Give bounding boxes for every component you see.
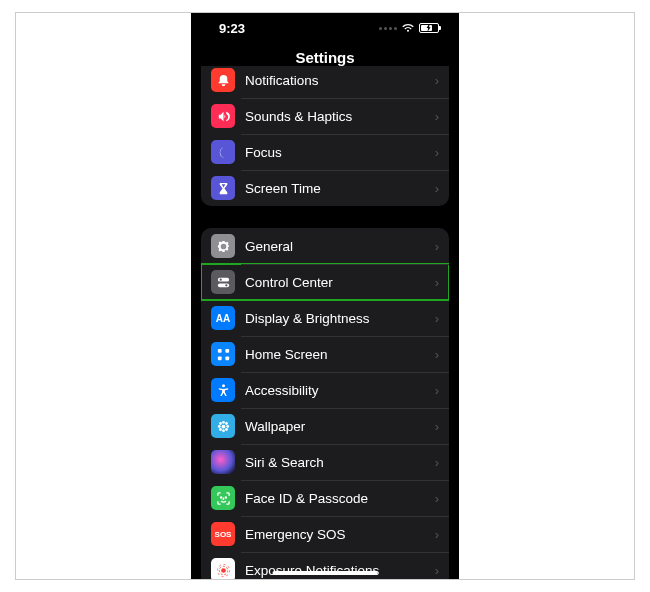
chevron-right-icon: ›: [435, 109, 439, 124]
bell-icon: [211, 68, 235, 92]
row-label: Display & Brightness: [245, 311, 435, 326]
row-label: Focus: [245, 145, 435, 160]
chevron-right-icon: ›: [435, 73, 439, 88]
chevron-right-icon: ›: [435, 527, 439, 542]
svg-point-17: [225, 428, 228, 431]
row-label: Home Screen: [245, 347, 435, 362]
signal-dots-icon: [379, 27, 397, 30]
row-label: Exposure Notifications: [245, 563, 435, 578]
status-time: 9:23: [219, 21, 245, 36]
svg-point-8: [222, 384, 225, 387]
exposure-icon: [211, 558, 235, 580]
chevron-right-icon: ›: [435, 419, 439, 434]
svg-rect-4: [217, 348, 221, 352]
row-label: Siri & Search: [245, 455, 435, 470]
svg-point-16: [219, 428, 222, 431]
row-label: Control Center: [245, 275, 435, 290]
settings-row-notifications[interactable]: Notifications ›: [201, 66, 449, 98]
row-label: Sounds & Haptics: [245, 109, 435, 124]
row-label: General: [245, 239, 435, 254]
settings-group: Notifications › Sounds & Haptics › Focus…: [201, 66, 449, 206]
accessibility-icon: [211, 378, 235, 402]
settings-row-wallpaper[interactable]: Wallpaper ›: [201, 408, 449, 444]
svg-point-9: [221, 424, 225, 428]
svg-rect-6: [217, 356, 221, 360]
flower-icon: [211, 414, 235, 438]
row-label: Face ID & Passcode: [245, 491, 435, 506]
chevron-right-icon: ›: [435, 311, 439, 326]
svg-point-13: [226, 425, 229, 428]
chevron-right-icon: ›: [435, 455, 439, 470]
chevron-right-icon: ›: [435, 239, 439, 254]
gear-icon: [211, 234, 235, 258]
home-indicator[interactable]: [273, 571, 378, 575]
settings-row-screentime[interactable]: Screen Time ›: [201, 170, 449, 206]
svg-point-14: [219, 422, 222, 425]
chevron-right-icon: ›: [435, 383, 439, 398]
toggles-icon: [211, 270, 235, 294]
settings-content: Notifications › Sounds & Haptics › Focus…: [191, 66, 459, 580]
chevron-right-icon: ›: [435, 275, 439, 290]
speaker-icon: [211, 104, 235, 128]
svg-point-20: [221, 568, 226, 573]
faceid-icon: [211, 486, 235, 510]
wifi-icon: [401, 23, 415, 33]
svg-point-11: [222, 429, 225, 432]
row-label: Accessibility: [245, 383, 435, 398]
svg-point-18: [220, 497, 221, 498]
outer-frame: 9:23 Settings: [15, 12, 635, 580]
settings-row-display[interactable]: AA Display & Brightness ›: [201, 300, 449, 336]
moon-icon: [211, 140, 235, 164]
text-size-icon: AA: [211, 306, 235, 330]
settings-row-focus[interactable]: Focus ›: [201, 134, 449, 170]
svg-rect-5: [225, 348, 229, 352]
svg-point-3: [225, 284, 227, 286]
chevron-right-icon: ›: [435, 347, 439, 362]
svg-point-1: [219, 278, 221, 280]
settings-row-sos[interactable]: SOS Emergency SOS ›: [201, 516, 449, 552]
chevron-right-icon: ›: [435, 563, 439, 578]
settings-group: General › Control Center › AA Display & …: [201, 228, 449, 580]
status-bar: 9:23: [191, 13, 459, 43]
settings-row-control-center[interactable]: Control Center ›: [201, 264, 449, 300]
chevron-right-icon: ›: [435, 145, 439, 160]
row-label: Notifications: [245, 73, 435, 88]
settings-row-general[interactable]: General ›: [201, 228, 449, 264]
sos-icon: SOS: [211, 522, 235, 546]
settings-row-home-screen[interactable]: Home Screen ›: [201, 336, 449, 372]
chevron-right-icon: ›: [435, 491, 439, 506]
row-label: Emergency SOS: [245, 527, 435, 542]
row-label: Screen Time: [245, 181, 435, 196]
settings-row-siri[interactable]: Siri & Search ›: [201, 444, 449, 480]
svg-point-19: [225, 497, 226, 498]
settings-row-exposure[interactable]: Exposure Notifications ›: [201, 552, 449, 580]
battery-icon: [419, 23, 439, 33]
settings-row-sounds[interactable]: Sounds & Haptics ›: [201, 98, 449, 134]
settings-row-faceid[interactable]: Face ID & Passcode ›: [201, 480, 449, 516]
chevron-right-icon: ›: [435, 181, 439, 196]
siri-icon: [211, 450, 235, 474]
svg-point-10: [222, 420, 225, 423]
status-icons: [379, 23, 439, 33]
grid-icon: [211, 342, 235, 366]
hourglass-icon: [211, 176, 235, 200]
phone-screen: 9:23 Settings: [191, 13, 459, 580]
svg-rect-7: [225, 356, 229, 360]
settings-row-accessibility[interactable]: Accessibility ›: [201, 372, 449, 408]
svg-point-15: [225, 422, 228, 425]
row-label: Wallpaper: [245, 419, 435, 434]
svg-point-12: [217, 425, 220, 428]
